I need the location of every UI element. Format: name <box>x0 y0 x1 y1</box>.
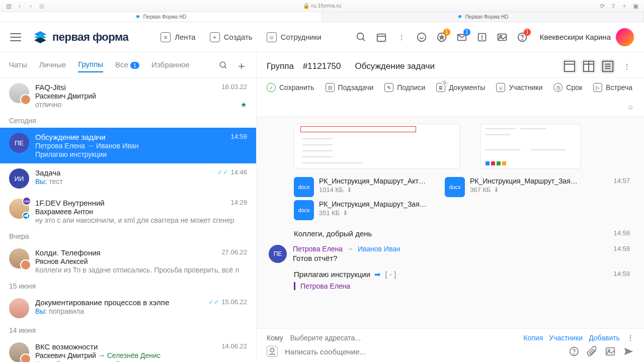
add-chat-button[interactable]: ＋ <box>236 58 247 73</box>
chat-subtitle: Ряснов Алексей <box>35 257 247 265</box>
forward-icon[interactable]: › <box>27 3 34 10</box>
participants-link[interactable]: Участники <box>549 334 583 342</box>
subtasks-button[interactable]: ⊟Подзадачи <box>326 83 374 92</box>
tab-favicon <box>135 15 140 20</box>
file-attachment[interactable]: docx РК_Инструкция_Маршрут_Заявка на ...… <box>445 177 581 197</box>
file-size: 367 КБ⬇ <box>470 186 581 194</box>
chat-time: ✓✓14:46 <box>217 168 247 176</box>
search-button[interactable] <box>356 32 367 43</box>
gallery-button[interactable] <box>497 32 508 43</box>
svg-point-14 <box>220 62 225 67</box>
tab-chats[interactable]: Чаты <box>9 60 27 72</box>
chat-item[interactable]: Колди. Телефония Ряснов Алексей Коллеги … <box>0 243 256 279</box>
back-icon[interactable]: ‹ <box>16 3 23 10</box>
tab-personal[interactable]: Личные <box>39 60 66 72</box>
message-text: Прилагаю инструкции ➡ [ - ] <box>294 270 632 279</box>
date-separator: 14 июня <box>0 323 256 337</box>
image-thumbnail[interactable] <box>480 124 581 169</box>
nav-employees[interactable]: ☺Сотрудники <box>267 32 321 42</box>
image-button[interactable] <box>605 346 616 357</box>
svg-rect-16 <box>565 61 575 71</box>
tab-favorites[interactable]: Избранное <box>151 60 190 72</box>
copy-link[interactable]: Копия <box>523 334 543 342</box>
chat-title: ВКС возможности <box>35 342 247 351</box>
chat-avatar <box>9 83 29 103</box>
chat-item[interactable]: Документирование процессов в хэлпе Вы: п… <box>0 293 256 323</box>
composer-help-button[interactable] <box>569 346 580 357</box>
signatures-button[interactable]: ✎Подписи <box>384 83 425 92</box>
file-attachments: docx РК_Инструкция_Маршрут_Заявки_на... … <box>294 200 632 220</box>
sidebar-toggle-icon[interactable]: ▥ <box>5 3 12 10</box>
chat-list: FAQ-Jitsi Раскевич Дмитрий отлично 16.03… <box>0 78 256 362</box>
send-button[interactable] <box>623 346 634 357</box>
star-button[interactable]: ☆ <box>627 103 634 111</box>
image-attachments <box>294 124 632 169</box>
new-tab-icon[interactable]: ＋ <box>621 3 628 10</box>
nav-feed[interactable]: ≡Лента <box>160 32 196 42</box>
layout-split-button[interactable] <box>582 59 596 73</box>
chat-subtitle: Раскевич Дмитрий → Селезнёв Денис <box>35 351 247 359</box>
file-attachment[interactable]: docx РК_Инструкция_Маршрут_Акты.docx 101… <box>294 177 430 197</box>
tab-groups[interactable]: Группы <box>78 60 103 72</box>
layout-single-button[interactable] <box>562 59 577 73</box>
chat-item[interactable]: ПЕ Обсуждение задачи Петрова Елена → Ива… <box>0 128 256 163</box>
chat-avatar <box>9 298 29 318</box>
meeting-button[interactable]: ▷Встреча <box>593 83 632 92</box>
download-icon[interactable]: ⬇ <box>347 186 352 194</box>
nav-create[interactable]: +Создать <box>210 32 253 42</box>
telegram-badge-icon <box>22 212 30 220</box>
chat-item[interactable]: FAQ-Jitsi Раскевич Дмитрий отлично 16.03… <box>0 78 256 114</box>
more-button[interactable]: ⋮ <box>396 32 407 43</box>
tabs-icon[interactable]: ▣ <box>632 3 639 10</box>
chat-preview: Коллеги из Тп в задаче отписались. Прось… <box>35 266 247 274</box>
reader-icon[interactable]: ⟳ <box>599 3 606 10</box>
chat-preview: ну это с апи накосячили, и xml для свагг… <box>35 216 247 224</box>
attach-button[interactable] <box>587 346 598 357</box>
brand[interactable]: первая форма <box>33 30 128 44</box>
chat-time: 14.06.22 <box>221 342 247 350</box>
tab-favicon <box>457 15 462 20</box>
composer-more-button[interactable]: ⋮ <box>627 334 634 342</box>
layout-detail-button[interactable] <box>601 59 615 73</box>
more-button[interactable]: ⋮ <box>620 59 634 73</box>
download-icon[interactable]: ⬇ <box>343 209 348 217</box>
inbox-button[interactable]: 1 <box>456 32 467 43</box>
share-icon[interactable]: ⇪ <box>610 3 617 10</box>
tab-all[interactable]: Все1 <box>115 60 139 72</box>
shield-icon: ◎ <box>38 3 45 10</box>
participants-icon: ☺ <box>496 83 505 92</box>
add-link[interactable]: Добавить <box>589 334 620 342</box>
address-bar[interactable]: 🔒 ru.1forma.ru <box>49 3 595 9</box>
collapse-toggle[interactable]: [ - ] <box>385 270 396 279</box>
contact-icon[interactable] <box>267 346 278 357</box>
search-chats-button[interactable] <box>219 61 228 71</box>
file-attachments: docx РК_Инструкция_Маршрут_Акты.docx 101… <box>294 177 613 197</box>
browser-tab[interactable]: Первая Форма HD <box>322 12 644 22</box>
save-button[interactable]: ✓Сохранить <box>267 83 314 92</box>
favorites-button[interactable]: 1 <box>436 32 447 43</box>
tab-title: Первая Форма HD <box>143 14 187 20</box>
image-thumbnail[interactable] <box>294 124 460 169</box>
chat-item[interactable]: ЧМ 1F.DEV Внутренний Вахрамеев Антон ну … <box>0 194 256 229</box>
message-input[interactable] <box>285 347 561 356</box>
menu-button[interactable] <box>10 33 21 41</box>
browser-tab[interactable]: Первая Форма HD <box>0 12 322 22</box>
chat-item[interactable]: ИИ Задача Вы: тест ✓✓14:46 <box>0 163 256 194</box>
chat-item[interactable]: ВКС возможности Раскевич Дмитрий → Селез… <box>0 337 256 362</box>
header-actions: ⋮ 1 1 1 Квеквескири Карина <box>356 28 634 46</box>
download-icon[interactable]: ⬇ <box>494 186 499 194</box>
file-attachment[interactable]: docx РК_Инструкция_Маршрут_Заявки_на... … <box>294 200 430 220</box>
inbox-badge: 1 <box>463 29 470 36</box>
calendar-button[interactable] <box>376 32 387 43</box>
file-size: 1014 КБ⬇ <box>319 186 430 194</box>
user-menu[interactable]: Квеквескири Карина <box>540 28 634 46</box>
browser-tabs: Первая Форма HD Первая Форма HD <box>0 12 644 22</box>
documents-button[interactable]: 🗎0Документы <box>436 83 485 92</box>
deadline-button[interactable]: ◷Срок <box>553 83 582 92</box>
message-time: 14:57 <box>613 177 630 185</box>
chat-button[interactable] <box>416 32 427 43</box>
alerts-button[interactable] <box>476 32 488 43</box>
participants-button[interactable]: ☺Участники <box>496 83 542 92</box>
help-button[interactable]: 1 <box>517 32 528 43</box>
recipients-input[interactable] <box>290 334 517 342</box>
